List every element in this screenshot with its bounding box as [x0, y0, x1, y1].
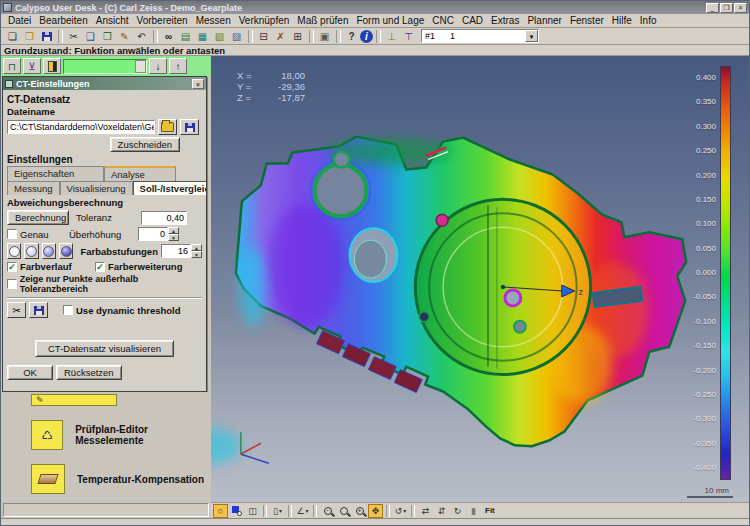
undo-icon[interactable]: ↶ — [133, 29, 150, 44]
menu-mass-pruefen[interactable]: Maß prüfen — [293, 15, 352, 26]
exaggeration-value[interactable]: 0 — [138, 227, 168, 241]
ok-button[interactable]: OK — [7, 365, 53, 380]
delete-icon[interactable]: ✗ — [272, 29, 289, 44]
menu-extras[interactable]: Extras — [487, 15, 523, 26]
probe-position-icon[interactable]: ⊤ — [400, 29, 417, 44]
menu-info[interactable]: Info — [636, 15, 661, 26]
menu-fenster[interactable]: Fenster — [566, 15, 608, 26]
visualize-dataset-button[interactable]: CT-Datensatz visualisieren — [35, 340, 174, 357]
chevron-down-icon[interactable]: ▾ — [525, 30, 538, 42]
menu-cad[interactable]: CAD — [458, 15, 487, 26]
menu-hilfe[interactable]: Hilfe — [608, 15, 636, 26]
stylus-icon[interactable] — [43, 58, 61, 74]
sidebar-item-pruefplan[interactable]: ♺ Prüfplan-Editor Messelemente — [31, 420, 211, 450]
view-cad-icon[interactable]: ▦ — [194, 29, 211, 44]
format-brush-icon[interactable]: ✎ — [116, 29, 133, 44]
view-cube-icon[interactable]: ◫ — [245, 504, 260, 518]
fit-button[interactable]: Fit — [482, 506, 498, 515]
title-bar[interactable]: Calypso User Desk - (C) Carl Zeiss - Dem… — [1, 1, 749, 14]
pan-icon[interactable]: ✥ — [368, 504, 383, 518]
menu-cnc[interactable]: CNC — [428, 15, 458, 26]
exaggeration-stepper[interactable]: 0 ▲▼ — [138, 227, 179, 241]
select-point-icon[interactable]: ○ — [213, 504, 228, 518]
crop-button[interactable]: Zuschneiden — [110, 137, 180, 152]
shading-medium-button[interactable] — [42, 243, 56, 259]
close-button[interactable]: × — [734, 3, 747, 13]
save-clip-icon[interactable] — [29, 302, 48, 318]
shading-flat-button[interactable] — [7, 243, 21, 259]
model-canvas[interactable]: z X =18,00 Y =-29,36 Z = — [211, 56, 749, 502]
ct-dialog-titlebar[interactable]: CT-Einstellungen × — [3, 77, 206, 90]
exact-checkbox[interactable] — [7, 229, 17, 239]
menu-datei[interactable]: Datei — [4, 15, 35, 26]
tab-eigenschaften[interactable]: Eigenschaften — [7, 166, 104, 181]
shading-full-button[interactable] — [59, 243, 73, 259]
axes-view-dropdown[interactable]: ∠▾ — [295, 504, 310, 518]
browse-folder-icon[interactable] — [158, 119, 177, 135]
minimize-button[interactable]: _ — [706, 3, 719, 13]
spin-down-icon[interactable]: ▼ — [168, 234, 179, 241]
menu-ansicht[interactable]: Ansicht — [92, 15, 133, 26]
outside-tolerance-checkbox[interactable] — [7, 279, 17, 289]
paste-icon[interactable]: ❒ — [99, 29, 116, 44]
save-icon[interactable] — [38, 29, 55, 44]
rotate-z-icon[interactable]: ↻ — [450, 504, 465, 518]
tab-messung[interactable]: Messung — [7, 181, 60, 195]
tab-visualisierung[interactable]: Visualisierung — [60, 181, 133, 195]
zoom-in-icon[interactable]: + — [352, 504, 367, 518]
help-icon[interactable]: ? — [343, 29, 360, 44]
probe-config-icon[interactable]: ⊻ — [23, 58, 41, 74]
shading-light-button[interactable] — [24, 243, 38, 259]
menu-form-und-lage[interactable]: Form und Lage — [352, 15, 428, 26]
cmm-machine-icon[interactable]: ⊓ — [3, 58, 21, 74]
printout-icon[interactable]: ▣ — [316, 29, 333, 44]
dynamic-threshold-checkbox[interactable] — [63, 305, 73, 315]
view-preset-dropdown[interactable]: ▯▾ — [270, 504, 285, 518]
dialog-close-icon[interactable]: × — [192, 79, 204, 89]
zoom-window-icon[interactable] — [336, 504, 351, 518]
print-icon[interactable]: ⊟ — [255, 29, 272, 44]
probe-change-icon[interactable]: ⊥ — [383, 29, 400, 44]
filename-input[interactable]: C:\CT\Standarddemo\Voxeldaten\Gearplat — [7, 120, 155, 134]
solid-view-icon[interactable]: ▮ — [466, 504, 481, 518]
move-down-icon[interactable]: ↓ — [149, 58, 167, 74]
info-icon[interactable]: i — [360, 30, 373, 43]
maximize-button[interactable]: ❐ — [720, 3, 733, 13]
tab-analyse[interactable]: Analyse — [104, 166, 176, 181]
menu-planner[interactable]: Planner — [523, 15, 565, 26]
spin-down-icon[interactable]: ▼ — [191, 251, 202, 258]
move-up-icon[interactable]: ↑ — [169, 58, 187, 74]
hidden-tool-icon[interactable]: ✎ — [31, 394, 117, 406]
view-window-icon[interactable]: ▨ — [228, 29, 245, 44]
copy-icon[interactable]: ❑ — [82, 29, 99, 44]
gradient-checkbox[interactable]: ✓ — [7, 262, 17, 272]
reset-button[interactable]: Rücksetzen — [56, 365, 122, 380]
menu-vorbereiten[interactable]: Vorbereiten — [133, 15, 192, 26]
rotate-horizontal-icon[interactable]: ⇄ — [418, 504, 433, 518]
zoom-out-icon[interactable]: - — [320, 504, 335, 518]
color-steps-stepper[interactable]: 16 ▲▼ — [161, 244, 202, 258]
open-icon[interactable]: ❐ — [21, 29, 38, 44]
view-graphics-icon[interactable]: ▤ — [177, 29, 194, 44]
report-icon[interactable]: ⊞ — [289, 29, 306, 44]
spin-up-icon[interactable]: ▲ — [191, 244, 202, 251]
progress-knob[interactable] — [135, 60, 146, 73]
cut-icon[interactable]: ✂ — [65, 29, 82, 44]
calculate-button[interactable]: Berechnung — [7, 210, 69, 225]
rotate-vertical-icon[interactable]: ⇵ — [434, 504, 449, 518]
tolerance-input[interactable]: 0,40 — [141, 211, 187, 225]
menu-verknuepfen[interactable]: Verknüpfen — [235, 15, 294, 26]
spin-up-icon[interactable]: ▲ — [168, 227, 179, 234]
rotate-dropdown[interactable]: ↺▾ — [393, 504, 408, 518]
probe-selector[interactable]: #1 1 ▾ — [421, 29, 539, 43]
search-icon[interactable]: ∞ — [160, 29, 177, 44]
clip-scissors-icon[interactable]: ✂ — [7, 302, 26, 318]
tab-soll-istvergleich[interactable]: Soll-/Istvergleich — [133, 181, 206, 195]
color-steps-value[interactable]: 16 — [161, 244, 191, 258]
menu-bearbeiten[interactable]: Bearbeiten — [35, 15, 91, 26]
sidebar-item-temperatur[interactable]: Temperatur-Kompensation — [31, 464, 211, 494]
select-feature-icon[interactable] — [229, 504, 244, 518]
color-extension-checkbox[interactable]: ✓ — [95, 262, 105, 272]
save-dataset-icon[interactable] — [180, 119, 199, 135]
new-icon[interactable]: ❏ — [4, 29, 21, 44]
